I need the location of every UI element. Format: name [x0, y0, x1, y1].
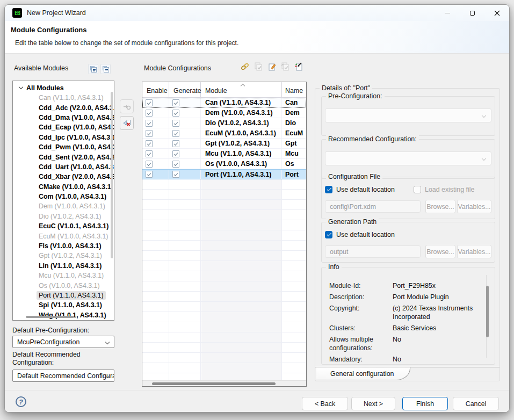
generate-checkbox[interactable]	[172, 120, 179, 127]
add-module-button	[120, 99, 134, 113]
tree-item[interactable]: Lin (V1.1.0, AS4.3.1)	[13, 261, 114, 271]
next-button[interactable]: Next >	[351, 397, 395, 410]
tree-item[interactable]: Os (V1.0.0, AS4.3.1)	[13, 280, 114, 290]
table-horizontal-scrollbar[interactable]	[142, 380, 306, 386]
module-cell: Os (V1.0.0, AS4.3.1)	[201, 159, 282, 169]
generate-checkbox[interactable]	[172, 150, 179, 157]
finish-button[interactable]: Finish	[402, 397, 448, 410]
column-header-enable[interactable]: Enable	[142, 82, 169, 97]
tree-item[interactable]: Cdd_Dma (V1.0.0, AS4.3.1)	[13, 113, 114, 122]
button-bar: ? < Back Next > Finish Cancel	[5, 390, 509, 412]
back-button[interactable]: < Back	[302, 397, 348, 410]
browse-button: Browse...	[425, 200, 455, 213]
help-button[interactable]: ?	[16, 396, 26, 407]
tree-item[interactable]: EcuC (V1.0.1, AS4.3.1)	[13, 221, 114, 231]
tree-item[interactable]: Dio (V1.0.2, AS4.3.1)	[13, 212, 114, 221]
tree-item[interactable]: CMake (V1.0.0, AS4.3.1)	[13, 182, 114, 192]
enable-checkbox[interactable]	[146, 171, 153, 178]
page-description: Edit the table below to change the set o…	[15, 39, 238, 47]
checked-checkbox-icon[interactable]	[325, 231, 332, 238]
maximize-icon	[470, 11, 475, 16]
enable-checkbox[interactable]	[146, 130, 153, 137]
enable-checkbox[interactable]	[146, 140, 153, 147]
default-recommended-configuration-select[interactable]: Default Recommended Configuration	[12, 370, 114, 382]
enable-checkbox[interactable]	[146, 110, 153, 117]
tree-item[interactable]: Com (V1.0.0, AS4.3.1)	[13, 192, 114, 201]
tree-item[interactable]: Cdd_Uart (V1.0.0, AS4.3.1)	[13, 162, 114, 172]
module-cell: Dio (V1.0.2, AS4.3.1)	[201, 118, 282, 128]
eb-tresos-logo-icon: EB	[12, 8, 22, 18]
tree-horizontal-scrollbar[interactable]	[26, 316, 74, 318]
tree-item[interactable]: Spi (V1.1.0, AS4.3.1)	[13, 300, 114, 310]
generate-checkbox[interactable]	[172, 161, 179, 168]
tree-item[interactable]: Mcu (V1.1.0, AS4.3.1)	[13, 271, 114, 280]
tab-general-configuration[interactable]: General configuration	[316, 367, 410, 380]
table-row[interactable]: Port (V1.1.0, AS4.3.1) Port	[142, 169, 306, 179]
tree-root-all-modules[interactable]: All Modules	[13, 83, 114, 93]
tree-item[interactable]: Port (V1.1.0, AS4.3.1)	[13, 291, 114, 300]
details-group: Details of: "Port" Pre-Configuration: Re…	[315, 88, 500, 381]
info-scrollbar-thumb[interactable]	[486, 286, 489, 337]
tree-item[interactable]: Cdd_Ecap (V1.0.0, AS4.3.1)	[13, 122, 114, 132]
scrollbar-thumb[interactable]	[152, 382, 276, 385]
table-row[interactable]: Can (V1.1.0, AS4.3.1) Can	[142, 98, 306, 108]
expand-all-button[interactable]	[88, 64, 98, 74]
close-icon	[494, 10, 500, 16]
default-pre-configuration-select[interactable]: McuPreConfiguration	[12, 336, 114, 348]
tree-item[interactable]: Cdd_Xbar (V2.0.0, AS4.3.1)	[13, 172, 114, 182]
cancel-button[interactable]: Cancel	[453, 397, 499, 410]
generate-checkbox[interactable]	[172, 171, 179, 178]
enable-checkbox[interactable]	[146, 99, 153, 106]
generate-checkbox[interactable]	[172, 130, 179, 137]
tree-vertical-scrollbar[interactable]	[111, 92, 113, 258]
info-value: (c) 2024 Texas Instruments Incorporated	[393, 304, 480, 321]
chevron-down-icon	[482, 156, 486, 161]
enable-checkbox[interactable]	[146, 161, 153, 168]
module-cell: Port (V1.1.0, AS4.3.1)	[201, 170, 282, 179]
table-row[interactable]: Gpt (V1.0.2, AS4.3.1) Gpt	[142, 139, 306, 149]
column-header-name[interactable]: Name	[282, 82, 306, 97]
tree-item[interactable]: Cdd_Ipc (V1.0.0, AS4.3.1)	[13, 133, 114, 142]
collapse-all-button[interactable]	[100, 64, 111, 74]
name-cell: Can	[282, 98, 306, 107]
variables-button: Variables...	[457, 200, 491, 213]
column-header-generate[interactable]: Generate	[169, 82, 201, 97]
paste-edit-clipboard-icon[interactable]	[266, 61, 277, 72]
available-modules-tree[interactable]: All Modules Can (V1.1.0, AS4.3.1) Cdd_Ad…	[12, 81, 114, 321]
generate-checkbox[interactable]	[172, 140, 179, 147]
generate-checkbox[interactable]	[172, 110, 179, 117]
chevron-down-icon[interactable]	[19, 85, 23, 89]
use-default-location-checkbox-row[interactable]: Use default location	[325, 231, 395, 238]
tree-item[interactable]: EcuM (V1.0.0, AS4.3.1)	[13, 231, 114, 241]
tree-item[interactable]: Cdd_Sent (V2.0.0, AS4.3.1)	[13, 152, 114, 162]
tree-item[interactable]: Cdd_Adc (V2.0.0, AS4.3.1)	[13, 103, 114, 112]
close-button[interactable]	[484, 5, 509, 21]
table-row[interactable]: Dem (V1.0.0, AS4.3.1) Dem	[142, 108, 306, 118]
table-row[interactable]: Mcu (V1.1.0, AS4.3.1) Mcu	[142, 149, 306, 159]
column-header-module[interactable]: Module	[201, 82, 282, 97]
generate-checkbox[interactable]	[172, 99, 179, 106]
verify-clipboard-icon	[280, 61, 291, 72]
import-config-clipboard-icon[interactable]	[293, 61, 304, 72]
table-header: Enable Generate Module Name	[142, 82, 306, 98]
maximize-button[interactable]	[460, 5, 484, 21]
table-row[interactable]: Dio (V1.0.2, AS4.3.1) Dio	[142, 118, 306, 128]
tree-item[interactable]: Cdd_Pwm (V1.0.0, AS4.3.1)	[13, 142, 114, 152]
use-default-location-checkbox-row[interactable]: Use default location	[325, 186, 395, 193]
link-modules-icon[interactable]	[240, 61, 250, 72]
default-recommended-configuration-label: Default Recommended Configuration:	[12, 351, 101, 367]
enable-checkbox[interactable]	[146, 150, 153, 157]
minimize-button[interactable]	[435, 5, 460, 21]
enable-checkbox[interactable]	[146, 120, 153, 127]
name-cell: Os	[282, 159, 306, 169]
table-row[interactable]: EcuM (V1.0.0, AS4.3.1) EcuM	[142, 128, 306, 139]
table-row[interactable]: Os (V1.0.0, AS4.3.1) Os	[142, 159, 306, 169]
tree-item[interactable]: Fls (V1.0.0, AS4.3.1)	[13, 241, 114, 251]
tree-item[interactable]: Can (V1.1.0, AS4.3.1)	[13, 93, 114, 103]
tree-item[interactable]: Gpt (V1.0.2, AS4.3.1)	[13, 251, 114, 260]
new-project-wizard-dialog: EB New Project Wizard Module Configurati…	[4, 4, 510, 412]
tree-item[interactable]: Wdg (V1.0.1, AS4.3.1)	[13, 310, 114, 320]
tree-item[interactable]: Dem (V1.0.0, AS4.3.1)	[13, 201, 114, 211]
remove-module-button[interactable]	[120, 116, 134, 130]
checked-checkbox-icon[interactable]	[325, 186, 332, 193]
